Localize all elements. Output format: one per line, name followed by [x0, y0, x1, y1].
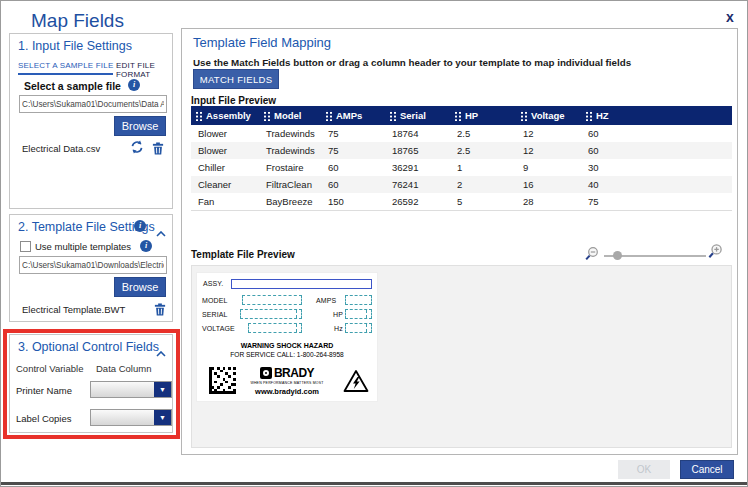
- drag-handle-icon[interactable]: [194, 110, 202, 121]
- label-copies-dropdown[interactable]: ▼: [90, 409, 172, 426]
- collapse-chevron-icon[interactable]: [156, 343, 166, 361]
- column-header-label: Voltage: [531, 110, 565, 121]
- table-cell: 30: [581, 162, 731, 173]
- table-cell: 60: [321, 162, 385, 173]
- collapse-chevron-icon[interactable]: [156, 223, 166, 241]
- table-cell: 12: [516, 145, 581, 156]
- column-header-serial[interactable]: Serial: [385, 106, 450, 125]
- column-header-label: HP: [465, 110, 478, 121]
- chevron-down-icon[interactable]: ▼: [154, 410, 171, 425]
- table-cell: 60: [581, 128, 731, 139]
- zoom-in-icon[interactable]: [707, 243, 724, 264]
- table-cell: 9: [516, 162, 581, 173]
- close-icon[interactable]: x: [721, 9, 739, 27]
- page-title: Map Fields: [31, 10, 124, 32]
- ok-button[interactable]: OK: [618, 460, 670, 479]
- table-cell: 60: [581, 145, 731, 156]
- delete-template-file-icon[interactable]: [154, 302, 166, 320]
- table-cell: 150: [321, 196, 385, 207]
- use-multiple-templates-checkbox[interactable]: [20, 241, 31, 252]
- optional-control-fields-section: 3. Optional Control Fields Control Varia…: [9, 334, 173, 433]
- brady-website: www.bradyid.com: [247, 387, 327, 396]
- amps-field[interactable]: [345, 295, 372, 305]
- table-cell: 16: [516, 179, 581, 190]
- voltage-field[interactable]: [248, 323, 302, 333]
- datamatrix-barcode: [209, 367, 236, 398]
- template-file-name: Electrical Template.BWT: [22, 304, 125, 315]
- table-cell: Chiller: [191, 162, 259, 173]
- preview-table-header-row: AssemblyModelAMPsSerialHPVoltageHZ: [191, 106, 732, 125]
- assy-label: ASSY.: [203, 280, 223, 287]
- info-icon[interactable]: i: [128, 79, 140, 91]
- drag-handle-icon[interactable]: [388, 110, 396, 121]
- column-header-hp[interactable]: HP: [450, 106, 516, 125]
- use-multiple-templates-label: Use multiple templates: [35, 241, 131, 252]
- delete-sample-file-icon[interactable]: [152, 141, 164, 159]
- label-preview[interactable]: ASSY. MODEL AMPS SERIAL HP VOLTAGE Hz WA…: [197, 273, 377, 401]
- column-header-assembly[interactable]: Assembly: [191, 106, 259, 125]
- table-cell: 12: [516, 128, 581, 139]
- shock-hazard-warning-icon: [343, 369, 369, 397]
- table-cell: 28: [516, 196, 581, 207]
- tab-edit-file-format[interactable]: EDIT FILE FORMAT: [116, 61, 172, 79]
- amps-label: AMPS: [316, 297, 336, 304]
- brady-logo-mark-icon: [260, 367, 272, 379]
- column-header-voltage[interactable]: Voltage: [516, 106, 581, 125]
- column-header-hz[interactable]: HZ: [581, 106, 731, 125]
- map-fields-dialog: { "dialog": { "title": "Map Fields", "cl…: [0, 0, 748, 487]
- warning-text: WARNING SHOCK HAZARD: [197, 342, 377, 349]
- hz-label: Hz: [334, 325, 343, 332]
- chevron-down-icon[interactable]: ▼: [154, 382, 171, 397]
- sample-file-path-input[interactable]: [19, 95, 167, 113]
- info-icon[interactable]: i: [140, 240, 152, 252]
- sample-file-label: Select a sample file: [24, 80, 121, 92]
- table-cell: Tradewinds: [259, 145, 321, 156]
- drag-handle-icon[interactable]: [324, 110, 332, 121]
- drag-handle-icon[interactable]: [453, 110, 461, 121]
- drag-handle-icon[interactable]: [262, 110, 270, 121]
- serial-field[interactable]: [240, 309, 302, 319]
- browse-template-button[interactable]: Browse: [114, 277, 166, 297]
- drag-handle-icon[interactable]: [519, 110, 527, 121]
- hp-field[interactable]: [345, 309, 372, 319]
- table-cell: 60: [321, 179, 385, 190]
- zoom-slider-thumb[interactable]: [613, 251, 622, 260]
- refresh-icon[interactable]: [130, 140, 144, 158]
- drag-handle-icon[interactable]: [584, 110, 592, 121]
- info-icon[interactable]: i: [134, 220, 146, 232]
- table-cell: Blower: [191, 128, 259, 139]
- table-row: CleanerFiltraClean607624121640: [191, 176, 732, 193]
- column-header-amps[interactable]: AMPs: [321, 106, 385, 125]
- template-file-preview-title: Template File Preview: [191, 249, 295, 260]
- table-cell: 2: [450, 179, 516, 190]
- table-cell: 36291: [385, 162, 450, 173]
- table-row: ChillerFrostaire60362911930: [191, 159, 732, 176]
- model-field[interactable]: [242, 295, 302, 305]
- model-label: MODEL: [202, 297, 227, 304]
- mapping-instruction: Use the Match Fields button or drag a co…: [193, 57, 631, 68]
- input-file-settings-section: 1. Input File Settings SELECT A SAMPLE F…: [9, 33, 173, 209]
- column-header-model[interactable]: Model: [259, 106, 321, 125]
- hz-field[interactable]: [345, 323, 372, 333]
- table-cell: 26592: [385, 196, 450, 207]
- column-header-label: Assembly: [206, 110, 251, 121]
- assy-field[interactable]: [231, 279, 372, 289]
- template-file-path-input[interactable]: [19, 256, 167, 274]
- column-header-label: AMPs: [336, 110, 362, 121]
- table-cell: 1: [450, 162, 516, 173]
- table-cell: 40: [581, 179, 731, 190]
- tab-select-a-sample-file[interactable]: SELECT A SAMPLE FILE: [18, 61, 113, 75]
- table-row: FanBayBreeze1502659252875: [191, 193, 732, 210]
- input-file-preview-table: AssemblyModelAMPsSerialHPVoltageHZ Blowe…: [191, 106, 732, 211]
- column-header-label: Model: [274, 110, 301, 121]
- brady-tagline: WHEN PERFORMANCE MATTERS MOST: [247, 381, 327, 385]
- match-fields-button[interactable]: MATCH FIELDS: [193, 69, 279, 89]
- sample-file-name: Electrical Data.csv: [22, 143, 100, 154]
- cancel-button[interactable]: Cancel: [680, 460, 734, 479]
- table-cell: 2.5: [450, 128, 516, 139]
- table-cell: BayBreeze: [259, 196, 321, 207]
- zoom-out-icon[interactable]: [584, 246, 600, 266]
- browse-sample-button[interactable]: Browse: [114, 116, 166, 136]
- printer-name-dropdown[interactable]: ▼: [90, 381, 172, 398]
- table-cell: Cleaner: [191, 179, 259, 190]
